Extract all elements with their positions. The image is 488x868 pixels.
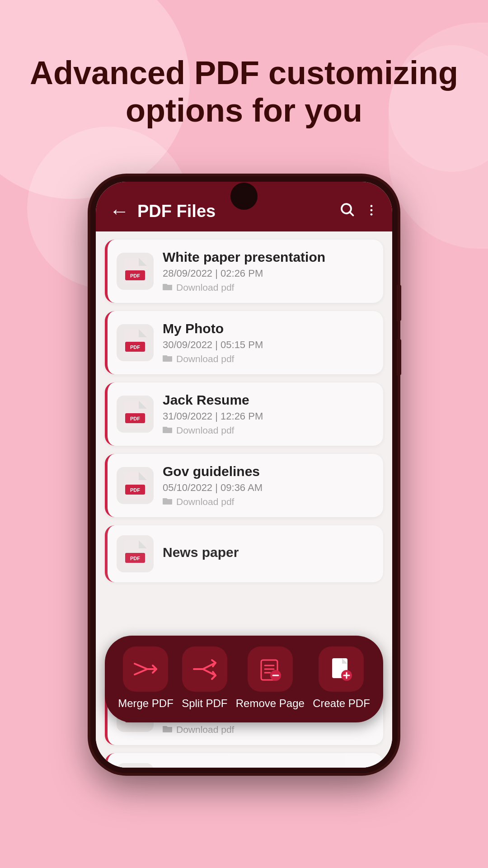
file-icon: PDF (117, 253, 154, 290)
list-item[interactable]: PDF My Photo 30/09/2022 | 05:15 PM Downl… (105, 311, 383, 374)
toolbar-item-remove[interactable]: Remove Page (236, 646, 305, 710)
folder-icon (163, 725, 173, 735)
file-name: Jack Resume (163, 392, 374, 408)
list-item[interactable]: PDF White paper presentation 28/09/2022 … (105, 240, 383, 303)
side-button-volume-down (397, 339, 401, 375)
file-list: PDF White paper presentation 28/09/2022 … (96, 231, 392, 768)
svg-line-20 (135, 664, 147, 669)
svg-text:PDF: PDF (130, 416, 140, 421)
file-name: News paper (163, 545, 374, 560)
svg-point-3 (371, 209, 373, 211)
file-path: Download pdf (163, 354, 374, 364)
phone-notch (230, 183, 258, 210)
remove-page-icon-button[interactable] (248, 646, 293, 692)
file-path: Download pdf (163, 282, 374, 293)
page-headline: Advanced PDF customizing options for you (0, 54, 488, 129)
file-date: 28/09/2022 | 02:26 PM (163, 268, 374, 279)
create-pdf-label: Create PDF (313, 697, 370, 710)
toolbar-item-merge[interactable]: Merge PDF (118, 646, 174, 710)
file-info: Jack Resume 31/09/2022 | 12:26 PM Downlo… (163, 392, 374, 436)
split-pdf-label: Split PDF (182, 697, 227, 710)
file-info: News paper (163, 545, 374, 563)
folder-icon (163, 354, 173, 364)
file-path: Download pdf (163, 496, 374, 507)
file-name: My Photo (163, 321, 374, 336)
back-button[interactable]: ← (109, 200, 129, 222)
file-icon: PDF (117, 324, 154, 361)
list-item[interactable]: PDF News paper (105, 525, 383, 582)
file-date: 05/10/2022 | 09:36 AM (163, 482, 374, 494)
svg-text:PDF: PDF (130, 556, 140, 561)
remove-page-label: Remove Page (236, 697, 305, 710)
merge-pdf-label: Merge PDF (118, 697, 174, 710)
list-item[interactable]: PDF Gov guidelines 05/10/2022 | 09:36 AM… (105, 454, 383, 517)
file-name: White paper presentation (163, 250, 374, 265)
create-pdf-icon-button[interactable] (319, 646, 364, 692)
svg-text:PDF: PDF (130, 487, 140, 493)
list-item[interactable]: PDF Jack Resume 31/09/2022 | 12:26 PM Do… (105, 382, 383, 446)
merge-pdf-icon-button[interactable] (123, 646, 168, 692)
bottom-toolbar: Merge PDF Spl (105, 636, 383, 722)
file-path: Download pdf (163, 724, 374, 735)
folder-icon (163, 283, 173, 293)
file-date: 31/09/2022 | 12:26 PM (163, 410, 374, 422)
svg-text:PDF: PDF (130, 344, 140, 350)
phone-screen: ← PDF Files (96, 182, 392, 768)
file-icon: PDF (117, 467, 154, 504)
file-icon: PDF (117, 763, 154, 768)
svg-line-21 (135, 669, 147, 675)
phone-bezel: ← PDF Files (90, 176, 398, 773)
toolbar-item-create[interactable]: Create PDF (313, 646, 370, 710)
file-name: Gov guidelines (163, 464, 374, 479)
split-pdf-icon-button[interactable] (182, 646, 227, 692)
file-icon: PDF (117, 535, 154, 572)
svg-text:PDF: PDF (130, 273, 140, 278)
file-info: My Photo 30/09/2022 | 05:15 PM Download … (163, 321, 374, 364)
file-info: Gov guidelines 05/10/2022 | 09:36 AM Dow… (163, 464, 374, 507)
svg-point-4 (371, 213, 373, 215)
file-info: White paper presentation 28/09/2022 | 02… (163, 250, 374, 293)
file-path: Download pdf (163, 425, 374, 436)
svg-point-2 (371, 205, 373, 207)
folder-icon (163, 425, 173, 436)
phone-mockup: ← PDF Files (90, 176, 398, 773)
list-item[interactable]: PDF News guidelines (105, 753, 383, 768)
file-date: 30/09/2022 | 05:15 PM (163, 339, 374, 351)
folder-icon (163, 497, 173, 507)
toolbar-item-split[interactable]: Split PDF (182, 646, 227, 710)
search-button[interactable] (339, 201, 355, 222)
more-options-button[interactable] (364, 201, 379, 222)
file-icon: PDF (117, 396, 154, 433)
side-button-volume-up (397, 285, 401, 321)
svg-line-1 (350, 212, 353, 215)
